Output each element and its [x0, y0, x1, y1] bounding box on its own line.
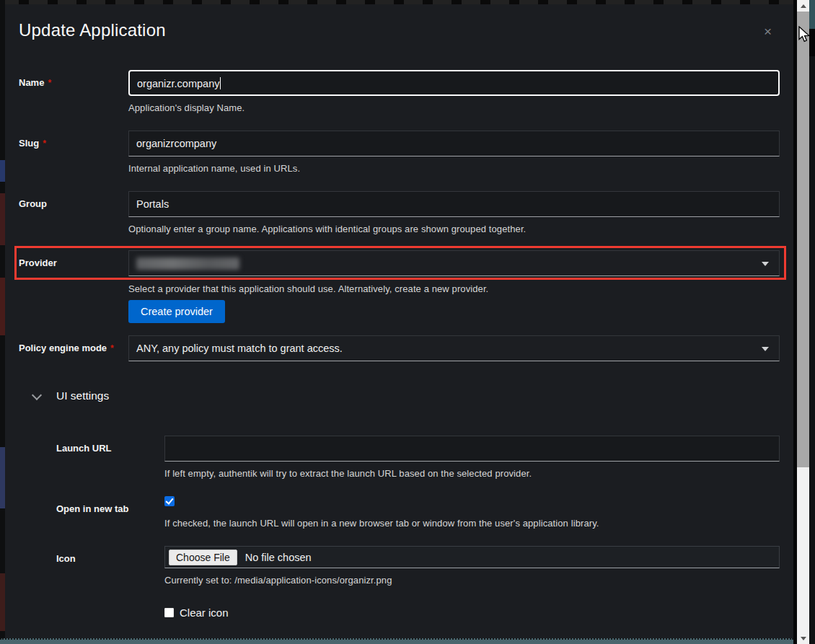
- required-asterisk: *: [43, 138, 46, 149]
- name-label: Name*: [19, 70, 128, 113]
- page-behind-left-edge: [0, 0, 5, 644]
- provider-select[interactable]: [128, 250, 780, 276]
- scroll-down-button[interactable]: [797, 632, 809, 644]
- group-row: Group Optionally enter a group name. App…: [19, 191, 780, 234]
- page-behind-bottom-edge: [0, 638, 793, 644]
- group-help: Optionally enter a group name. Applicati…: [128, 224, 780, 234]
- arrow-down-icon: [801, 637, 806, 640]
- policy-engine-mode-select[interactable]: ANY, any policy must match to grant acce…: [128, 335, 780, 361]
- clear-icon-spacer: [19, 606, 164, 619]
- icon-help: Currently set to: /media/application-ico…: [164, 575, 780, 586]
- file-status-text: No file chosen: [245, 552, 312, 563]
- backdrop-fragment: [0, 447, 5, 508]
- open-in-new-tab-checkbox[interactable]: [164, 496, 175, 506]
- open-in-new-tab-help: If checked, the launch URL will open in …: [164, 518, 780, 529]
- slug-help: Internal application name, used in URLs.: [128, 163, 780, 174]
- launch-url-input[interactable]: [164, 436, 780, 462]
- open-in-new-tab-row: Open in new tab If checked, the launch U…: [19, 496, 780, 529]
- application-form: Name* organizr.company Application's dis…: [19, 70, 780, 619]
- required-asterisk: *: [110, 343, 114, 353]
- section-spacer: [19, 402, 780, 436]
- scrollbar-thumb[interactable]: [797, 12, 809, 467]
- arrow-up-icon: [801, 4, 806, 8]
- policy-engine-mode-label: Policy engine mode*: [19, 335, 128, 361]
- redacted-provider-value: [136, 257, 239, 270]
- provider-help: Select a provider that this application …: [128, 283, 780, 294]
- name-input[interactable]: organizr.company: [128, 70, 780, 96]
- vertical-scrollbar[interactable]: [797, 0, 809, 644]
- backdrop-fragment: [0, 573, 5, 631]
- open-in-new-tab-label: Open in new tab: [19, 496, 164, 529]
- provider-row: Provider Select a provider that this app…: [19, 250, 780, 323]
- chevron-down-icon: [762, 347, 769, 351]
- modal-title: Update Application: [19, 20, 780, 40]
- right-edge-black-notch: [809, 29, 815, 56]
- name-row: Name* organizr.company Application's dis…: [19, 70, 780, 113]
- update-application-modal: Update Application × Name* organizr.comp…: [5, 4, 793, 638]
- slug-row: Slug* Internal application name, used in…: [19, 131, 780, 174]
- launch-url-row: Launch URL If left empty, authentik will…: [19, 436, 780, 479]
- chevron-down-icon[interactable]: [32, 390, 41, 399]
- icon-label: Icon: [19, 546, 164, 586]
- clear-icon-label: Clear icon: [180, 606, 229, 619]
- icon-file-input[interactable]: Choose File No file chosen: [164, 546, 780, 568]
- group-label: Group: [19, 191, 128, 234]
- window-right-edge: [809, 0, 815, 644]
- slug-label: Slug*: [19, 131, 128, 174]
- backdrop-fragment: [0, 160, 5, 182]
- launch-url-label: Launch URL: [19, 436, 164, 479]
- icon-row: Icon Choose File No file chosen Currentl…: [19, 546, 780, 586]
- close-icon[interactable]: ×: [764, 25, 772, 38]
- choose-file-button[interactable]: Choose File: [169, 550, 237, 565]
- right-edge-teal-fragment: [809, 0, 815, 29]
- provider-label: Provider: [19, 250, 128, 323]
- clear-icon-checkbox[interactable]: [164, 608, 174, 617]
- clear-icon-row: Clear icon: [19, 606, 780, 619]
- slug-input[interactable]: [128, 131, 780, 156]
- required-asterisk: *: [48, 78, 51, 88]
- name-help: Application's display Name.: [128, 102, 780, 113]
- policy-engine-mode-row: Policy engine mode* ANY, any policy must…: [19, 335, 780, 361]
- backdrop-fragment: [0, 278, 5, 335]
- ui-settings-label: UI settings: [56, 389, 109, 402]
- launch-url-help: If left empty, authentik will try to ext…: [164, 468, 780, 479]
- scroll-up-button[interactable]: [797, 0, 809, 12]
- chevron-down-icon: [762, 262, 769, 266]
- create-provider-button[interactable]: Create provider: [128, 300, 225, 323]
- backdrop-fragment: [0, 193, 5, 245]
- text-caret: [220, 77, 221, 89]
- ui-settings-section-header[interactable]: UI settings: [32, 389, 780, 402]
- group-input[interactable]: [128, 191, 780, 217]
